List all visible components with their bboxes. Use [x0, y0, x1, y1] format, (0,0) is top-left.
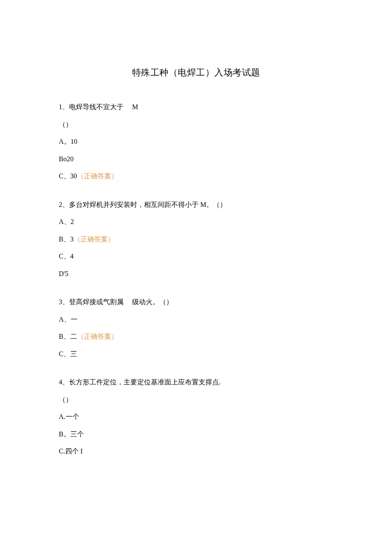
- option-text: A。10: [59, 138, 78, 145]
- question-text: 3、登高焊接或气割属 级动火。（）: [59, 299, 333, 305]
- option: B、二（正确答案）: [59, 333, 333, 340]
- option-text: A、一: [59, 316, 78, 323]
- option: A。10: [59, 138, 333, 145]
- option-text: C、30: [59, 172, 77, 180]
- option: D'5: [59, 270, 333, 277]
- option-text: C、三: [59, 350, 77, 357]
- option: C.四个 I: [59, 448, 333, 455]
- document-page: 特殊工种（电焊工）入场考试题 1、电焊导线不宜大于 M（）A。10Bo20C、3…: [0, 0, 392, 508]
- option: A、一: [59, 316, 333, 323]
- option-text: B、3: [59, 235, 74, 243]
- option-text: D'5: [59, 270, 68, 277]
- question-text: 4、长方形工件定位，主要定位基准面上应布置支撑点.: [59, 379, 333, 386]
- option-text: A、2: [59, 218, 74, 225]
- option: B。三个: [59, 431, 333, 438]
- correct-answer-label: （正确答案）: [77, 333, 118, 340]
- question-text: （）: [59, 396, 333, 403]
- option-text: Bo20: [59, 155, 74, 163]
- document-title: 特殊工种（电焊工）入场考试题: [59, 68, 333, 77]
- correct-answer-label: （正确答案）: [74, 235, 115, 243]
- block-gap: [59, 190, 333, 201]
- option: A、2: [59, 218, 333, 225]
- option: A.一个: [59, 413, 333, 420]
- question-text: 1、电焊导线不宜大于 M: [59, 104, 333, 110]
- option-text: C.四个 I: [59, 447, 83, 455]
- option: B、3（正确答案）: [59, 236, 333, 243]
- question-text: 2、多台对焊机并列安装时，相互间距不得小于 M。（）: [59, 201, 333, 208]
- option-text: C、4: [59, 253, 74, 260]
- block-gap: [59, 368, 333, 379]
- correct-answer-label: （正确答案）: [77, 172, 118, 180]
- option: Bo20: [59, 156, 333, 163]
- option: C、三: [59, 351, 333, 357]
- option: C、4: [59, 253, 333, 260]
- document-content: 1、电焊导线不宜大于 M（）A。10Bo20C、30（正确答案）2、多台对焊机并…: [59, 104, 333, 455]
- option: C、30（正确答案）: [59, 173, 333, 180]
- question-text: （）: [59, 121, 333, 128]
- option-text: A.一个: [59, 413, 79, 420]
- option-text: B。三个: [59, 430, 84, 438]
- block-gap: [59, 288, 333, 299]
- option-text: B、二: [59, 333, 77, 340]
